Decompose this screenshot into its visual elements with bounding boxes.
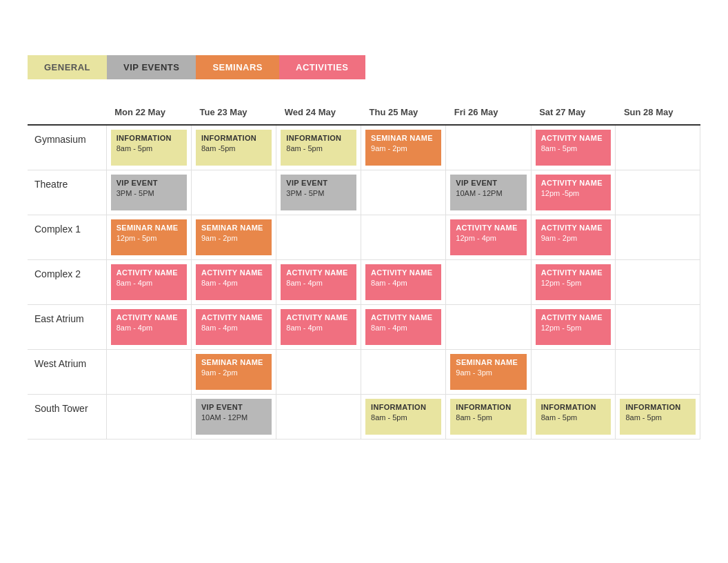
schedule-cell: SEMINAR NAME9am - 2pm <box>361 125 446 170</box>
event-label: ACTIVITY NAME <box>117 268 181 277</box>
event-time: 8am - 5pm <box>541 413 606 422</box>
event-time: 8am - 5pm <box>371 413 436 422</box>
col-header-tue: Tue 23 May <box>191 100 276 125</box>
schedule-cell: ACTIVITY NAME12pm - 4pm <box>446 215 531 260</box>
col-header-thu: Thu 25 May <box>361 100 446 125</box>
schedule-cell <box>616 305 700 350</box>
venue-label: Theatre <box>28 170 106 215</box>
event-label: INFORMATION <box>201 134 266 142</box>
event-label: ACTIVITY NAME <box>541 224 606 232</box>
schedule-cell: ACTIVITY NAME8am - 4pm <box>191 305 276 350</box>
event-label: SEMINAR NAME <box>371 134 436 142</box>
schedule-cell: ACTIVITY NAME8am - 4pm <box>106 260 191 305</box>
schedule-cell: VIP EVENT3PM - 5PM <box>106 170 191 215</box>
table-row: East AtriumACTIVITY NAME8am - 4pmACTIVIT… <box>28 305 700 350</box>
schedule-cell: INFORMATION8am - 5pm <box>361 395 446 439</box>
event-label: VIP EVENT <box>117 179 181 187</box>
event-time: 8am -5pm <box>201 144 266 152</box>
tab-general[interactable]: GENERAL <box>28 55 107 79</box>
schedule-cell: VIP EVENT3PM - 5PM <box>276 170 361 215</box>
venue-label: South Tower <box>28 395 106 439</box>
event-time: 9am - 2pm <box>201 368 266 377</box>
col-header-wed: Wed 24 May <box>276 100 361 125</box>
schedule-cell: INFORMATION8am - 5pm <box>531 395 616 439</box>
schedule-cell <box>616 125 700 170</box>
schedule-cell <box>106 350 191 395</box>
event-time: 8am - 4pm <box>117 324 181 332</box>
schedule-cell: INFORMATION8am - 5pm <box>276 125 361 170</box>
table-row: South TowerVIP EVENT10AM - 12PMINFORMATI… <box>28 395 700 439</box>
event-time: 9am - 2pm <box>541 234 606 242</box>
table-row: TheatreVIP EVENT3PM - 5PMVIP EVENT3PM - … <box>28 170 700 215</box>
table-header: Mon 22 MayTue 23 MayWed 24 MayThu 25 May… <box>28 100 700 125</box>
tab-seminars[interactable]: SEMINARS <box>196 55 279 79</box>
event-label: SEMINAR NAME <box>456 358 520 366</box>
event-label: SEMINAR NAME <box>201 224 266 232</box>
schedule-cell: ACTIVITY NAME8am - 4pm <box>361 305 446 350</box>
col-header-venue <box>28 100 106 125</box>
schedule-cell: VIP EVENT10AM - 12PM <box>446 170 531 215</box>
event-time: 8am - 5pm <box>117 144 181 152</box>
schedule-cell: INFORMATION8am -5pm <box>191 125 276 170</box>
schedule-cell: ACTIVITY NAME12pm - 5pm <box>531 260 616 305</box>
schedule-cell <box>616 215 700 260</box>
event-time: 9am - 2pm <box>371 144 436 152</box>
event-label: ACTIVITY NAME <box>541 134 606 142</box>
schedule-cell: ACTIVITY NAME8am - 4pm <box>276 305 361 350</box>
tab-vip[interactable]: VIP EVENTS <box>107 55 196 79</box>
event-time: 8am - 5pm <box>541 144 606 152</box>
venue-label: Complex 2 <box>28 260 106 305</box>
schedule-cell <box>276 350 361 395</box>
event-label: ACTIVITY NAME <box>371 268 436 277</box>
tab-activities[interactable]: ACTIVITIES <box>279 55 365 79</box>
event-time: 8am - 4pm <box>371 279 436 287</box>
schedule-cell: SEMINAR NAME9am - 2pm <box>191 350 276 395</box>
schedule-cell <box>616 170 700 215</box>
event-time: 8am - 4pm <box>201 279 266 287</box>
event-label: ACTIVITY NAME <box>541 313 606 322</box>
event-time: 8am - 4pm <box>286 324 351 332</box>
col-header-sun: Sun 28 May <box>616 100 700 125</box>
schedule-cell: ACTIVITY NAME8am - 4pm <box>276 260 361 305</box>
event-label: ACTIVITY NAME <box>201 313 266 322</box>
event-label: INFORMATION <box>541 403 606 411</box>
event-time: 8am - 4pm <box>117 279 181 287</box>
schedule-cell: VIP EVENT10AM - 12PM <box>191 395 276 439</box>
event-label: ACTIVITY NAME <box>371 313 436 322</box>
schedule-cell: SEMINAR NAME12pm - 5pm <box>106 215 191 260</box>
schedule-cell: INFORMATION8am - 5pm <box>446 395 531 439</box>
schedule-cell: ACTIVITY NAME8am - 5pm <box>531 125 616 170</box>
schedule-cell <box>446 260 531 305</box>
schedule-cell: INFORMATION8am - 5pm <box>106 125 191 170</box>
event-label: ACTIVITY NAME <box>456 224 520 232</box>
schedule-cell <box>361 350 446 395</box>
tab-bar: GENERALVIP EVENTSSEMINARSACTIVITIES <box>28 55 700 79</box>
venue-label: West Atrium <box>28 350 106 395</box>
schedule-cell <box>446 125 531 170</box>
event-time: 3PM - 5PM <box>286 189 351 197</box>
event-time: 12pm - 5pm <box>117 234 181 242</box>
event-label: SEMINAR NAME <box>201 358 266 366</box>
schedule-cell <box>616 260 700 305</box>
schedule-cell: ACTIVITY NAME8am - 4pm <box>361 260 446 305</box>
event-time: 8am - 5pm <box>625 413 690 422</box>
event-time: 8am - 4pm <box>371 324 436 332</box>
event-label: ACTIVITY NAME <box>541 179 606 187</box>
col-header-mon: Mon 22 May <box>106 100 191 125</box>
venue-label: Gymnasium <box>28 125 106 170</box>
venue-label: East Atrium <box>28 305 106 350</box>
event-time: 8am - 5pm <box>286 144 351 152</box>
schedule-cell <box>276 395 361 439</box>
schedule-cell <box>531 350 616 395</box>
event-time: 8am - 4pm <box>201 324 266 332</box>
event-label: INFORMATION <box>371 403 436 411</box>
venue-label: Complex 1 <box>28 215 106 260</box>
table-row: Complex 2ACTIVITY NAME8am - 4pmACTIVITY … <box>28 260 700 305</box>
event-label: INFORMATION <box>286 134 351 142</box>
event-time: 8am - 4pm <box>286 279 351 287</box>
event-time: 9am - 3pm <box>456 368 520 377</box>
schedule-cell: INFORMATION8am - 5pm <box>616 395 700 439</box>
schedule-cell: SEMINAR NAME9am - 2pm <box>191 215 276 260</box>
event-time: 12pm - 5pm <box>541 324 606 332</box>
schedule-cell: ACTIVITY NAME8am - 4pm <box>191 260 276 305</box>
